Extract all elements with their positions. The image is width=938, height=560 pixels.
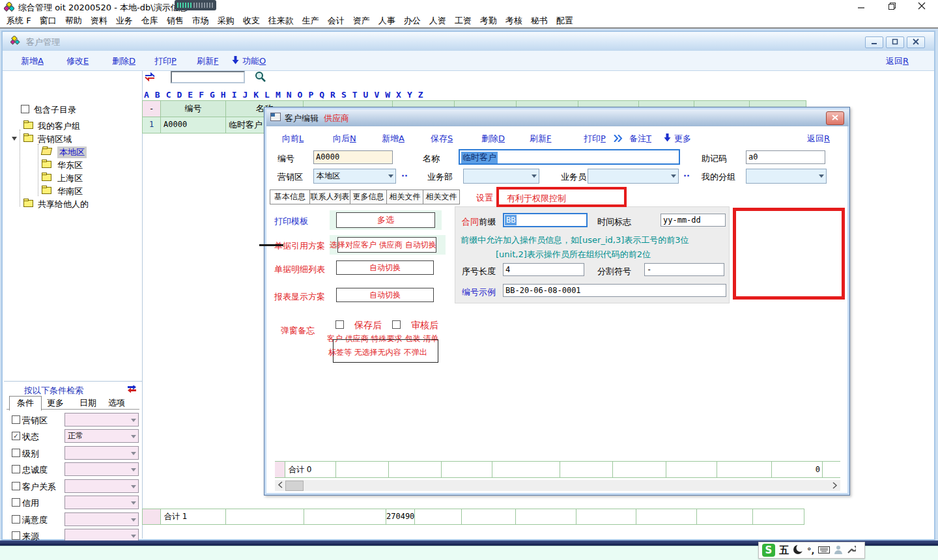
- tab-basic-info[interactable]: 基本信息: [270, 189, 310, 204]
- filter-checkbox-loyalty[interactable]: [12, 465, 20, 473]
- menu-item[interactable]: 办公: [404, 15, 421, 27]
- filter-tab-date[interactable]: 日期: [79, 397, 96, 409]
- grid-header-index[interactable]: -: [143, 101, 161, 117]
- menu-item[interactable]: 业务: [116, 15, 133, 27]
- report-display-value[interactable]: 自动切换: [336, 288, 434, 302]
- menu-item[interactable]: 仓库: [141, 15, 158, 27]
- salesman-combo[interactable]: [588, 169, 679, 184]
- expand-icon[interactable]: [12, 137, 17, 141]
- swap-icon[interactable]: [144, 72, 156, 83]
- punctuation-icon[interactable]: °,: [807, 546, 814, 555]
- dialog-more-button[interactable]: 更多: [674, 133, 691, 145]
- print-template-value[interactable]: 多选: [336, 212, 435, 228]
- letter-link[interactable]: M: [276, 90, 281, 100]
- dialog-back-button[interactable]: 返回R: [807, 133, 830, 145]
- menu-item[interactable]: 窗口: [40, 15, 57, 27]
- letter-link[interactable]: W: [385, 90, 390, 100]
- menu-item[interactable]: 考核: [505, 15, 522, 27]
- separator-input[interactable]: -: [644, 263, 724, 276]
- menu-item[interactable]: 人资: [429, 15, 446, 27]
- menu-item[interactable]: 系统 F: [7, 15, 31, 27]
- restore-button[interactable]: [881, 2, 903, 12]
- dialog-refresh-button[interactable]: 刷新F: [530, 133, 551, 145]
- filter-tab-options[interactable]: 选项: [108, 397, 125, 409]
- filter-checkbox-credit[interactable]: [12, 498, 20, 507]
- close-button[interactable]: [911, 2, 933, 12]
- name-input[interactable]: 临时客户: [459, 149, 680, 165]
- filter-combo-region[interactable]: [64, 413, 139, 427]
- menu-item[interactable]: 往来款: [268, 15, 294, 27]
- filter-checkbox-relation[interactable]: [12, 482, 20, 490]
- search-icon[interactable]: [254, 70, 268, 83]
- letter-link[interactable]: O: [298, 90, 303, 100]
- letter-link[interactable]: I: [232, 90, 237, 100]
- wubi-mode-icon[interactable]: 五: [779, 544, 789, 557]
- filter-combo-status[interactable]: 正常: [64, 429, 139, 443]
- edit-button[interactable]: 修改E: [66, 55, 89, 67]
- sogou-icon[interactable]: S: [762, 544, 775, 557]
- menu-item[interactable]: 市场: [192, 15, 209, 27]
- dialog-prev-button[interactable]: 向前L: [282, 133, 304, 145]
- mnemonic-input[interactable]: a0: [746, 150, 825, 164]
- dialog-next-button[interactable]: 向后N: [333, 133, 356, 145]
- dept-combo[interactable]: [463, 169, 539, 184]
- child-close-button[interactable]: [907, 36, 925, 48]
- filter-checkbox-status[interactable]: ✓: [12, 432, 20, 440]
- letter-link[interactable]: E: [188, 90, 193, 100]
- menu-item[interactable]: 会计: [328, 15, 345, 27]
- child-restore-button[interactable]: [886, 36, 904, 48]
- tab-settings[interactable]: 设置: [476, 192, 493, 204]
- letter-link[interactable]: U: [363, 90, 369, 100]
- tree-item-my-customers[interactable]: 我的客户组: [38, 120, 80, 132]
- include-subdirs-checkbox[interactable]: [21, 105, 29, 113]
- menu-item[interactable]: 配置: [556, 15, 573, 27]
- functions-button[interactable]: 功能O: [242, 55, 266, 67]
- tree-item-east-region[interactable]: 华东区: [57, 160, 83, 171]
- letter-link[interactable]: Y: [407, 90, 412, 100]
- popup-after-save-checkbox[interactable]: [335, 320, 344, 329]
- filter-checkbox-satisfaction[interactable]: [12, 515, 20, 524]
- back-button[interactable]: 返回R: [886, 55, 909, 67]
- dialog-close-button[interactable]: [826, 111, 844, 125]
- filter-combo-credit[interactable]: [64, 496, 139, 509]
- filter-tab-conditions[interactable]: 条件: [9, 396, 42, 411]
- popup-after-audit-checkbox[interactable]: [392, 320, 401, 329]
- letter-link[interactable]: P: [308, 90, 313, 100]
- scroll-right-arrow[interactable]: [832, 481, 838, 491]
- letter-link[interactable]: R: [330, 90, 335, 100]
- letter-link[interactable]: T: [352, 90, 358, 100]
- dialog-print-button[interactable]: 打印P: [584, 133, 606, 145]
- scroll-left-arrow[interactable]: [277, 481, 283, 490]
- letter-link[interactable]: H: [221, 90, 226, 100]
- wrench-icon[interactable]: [847, 545, 856, 556]
- tab-more-info[interactable]: 更多信息: [350, 189, 387, 204]
- menu-item[interactable]: 考勤: [480, 15, 497, 27]
- keyboard-icon[interactable]: [818, 546, 830, 555]
- seq-length-input[interactable]: 4: [503, 263, 584, 276]
- letter-link[interactable]: Z: [418, 90, 423, 100]
- filter-checkbox-level[interactable]: [12, 449, 20, 457]
- dialog-delete-button[interactable]: 删除D: [481, 133, 505, 145]
- menu-item[interactable]: 工资: [455, 15, 472, 27]
- letter-link[interactable]: Q: [319, 90, 324, 100]
- letter-link[interactable]: S: [341, 90, 347, 100]
- menu-item[interactable]: 资料: [91, 15, 107, 27]
- filter-tab-more[interactable]: 更多: [47, 397, 64, 409]
- filter-combo-satisfaction[interactable]: [64, 512, 139, 526]
- letter-link[interactable]: D: [177, 90, 182, 100]
- tree-item-sales-regions[interactable]: 营销区域: [38, 133, 72, 145]
- filter-combo-level[interactable]: [64, 446, 139, 460]
- dialog-note-button[interactable]: 备注T: [629, 133, 651, 145]
- group-combo[interactable]: [746, 169, 827, 184]
- region-combo[interactable]: 本地区: [313, 169, 396, 184]
- tree-item-shanghai-region[interactable]: 上海区: [57, 173, 83, 184]
- tab-permission-control[interactable]: 有利于权限控制: [507, 193, 566, 204]
- add-button[interactable]: 新增A: [21, 55, 44, 67]
- letter-link[interactable]: N: [287, 90, 292, 100]
- print-button[interactable]: 打印P: [154, 55, 177, 67]
- child-minimize-button[interactable]: [865, 36, 883, 48]
- scroll-thumb[interactable]: [285, 481, 304, 491]
- dialog-save-button[interactable]: 保存S: [431, 133, 453, 145]
- tree-item-shared[interactable]: 共享给他人的: [38, 199, 89, 210]
- letter-link[interactable]: J: [242, 90, 248, 100]
